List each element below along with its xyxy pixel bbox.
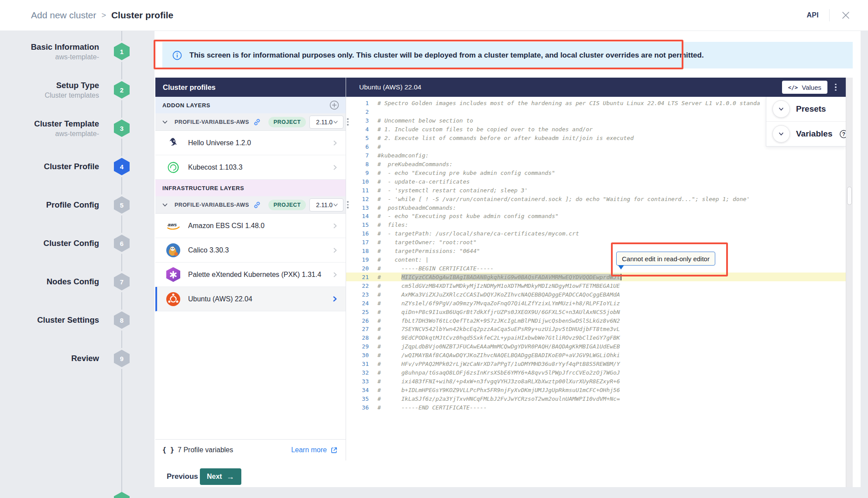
step-label: Setup Type [56,81,99,90]
step-number: 1 [114,43,130,60]
svg-text:aws: aws [168,222,177,227]
step-number: 4 [114,158,130,175]
step-sublabel: Cluster templates [45,92,99,99]
profile-layer-item-hello-universe-1-2-0[interactable]: Hello Universe 1.2.0 [155,131,346,155]
line-text: # jZqpLdbBVjo0NZBTJFUCAwEAAaMmMCQwDgYDVR… [377,343,620,350]
line-number: 17 [346,239,369,246]
values-button[interactable]: </> Values [782,81,827,94]
presets-label: Presets [796,104,826,114]
stepper-step-nodes-config[interactable]: Nodes Config7 [0,271,154,292]
profile-variables-row[interactable]: PROFILE-VARIABLES-AWSPROJECT2.11.0 [155,196,346,214]
line-number: 13 [346,205,369,211]
stepper-step-profile-config[interactable]: Profile Config5 [0,194,154,215]
version-select[interactable]: 2.11.0 [309,198,343,211]
step-text: Nodes Config [47,277,99,287]
editor-scrollbar[interactable] [846,78,853,487]
code-line-24: 24# nZYs1el/6f9PgV/aO9mzy7MvqaZoFnqO7Qi4… [346,299,846,307]
step-text: Cluster Config [44,239,99,248]
chevron-right-icon [332,271,339,278]
code-line-10: 10# - update-ca-certificates [346,177,846,186]
editor-menu-kebab-icon[interactable] [833,82,839,92]
step-sublabel: aws-template- [34,130,99,138]
section-header-label: ADDON LAYERS [162,102,210,109]
code-line-34: 34# b+IDLmHPEGsY9KOZ9VLLPcPhx5FR9njFyXvD… [346,385,846,394]
presets-chevron-icon[interactable] [772,100,790,118]
scrollbar-thumb[interactable] [847,187,852,205]
line-number: 18 [346,248,369,254]
line-number: 33 [346,378,369,385]
code-line-20: 20# -----BEGIN CERTIFICATE----- [346,264,846,273]
step-number-hexagon: 6 [112,233,132,254]
line-text: # b+IDLmHPEGsY9KOZ9VLLPcPhx5FR9njFyXvDKm… [377,387,620,393]
step-number: 8 [114,311,130,329]
stepper-step-cluster-config[interactable]: Cluster Config6 [0,233,154,254]
editor-code-area[interactable]: 1# Spectro Golden images includes most o… [346,97,846,487]
profile-layer-item-amazon-ebs-csi-1-48-0[interactable]: awsAmazon EBS CSI 1.48.0 [155,214,346,238]
stepper-step-cluster-settings[interactable]: Cluster Settings8 [0,310,154,331]
top-bar-actions: API [806,0,851,31]
stepper-step-basic-information[interactable]: Basic Informationaws-template-1 [0,41,154,62]
row-menu-kebab-icon[interactable] [347,200,349,210]
learn-more-link[interactable]: Learn more [291,446,338,454]
stepper-step-review[interactable]: Review9 [0,348,154,369]
stepper-step-setup-type[interactable]: Setup TypeCluster templates2 [0,79,154,100]
layer-name: Kubecost 1.103.3 [188,164,332,171]
variables-label: Variables [796,129,832,139]
line-number: 28 [346,334,369,341]
code-line-26: 26# fbLt7DH3WoT6tLcQefTta2K+9S7zJKcIgLmB… [346,316,846,325]
add-new-cluster-page: Add new cluster > Cluster profile API Ba… [0,0,868,498]
step-text: Setup TypeCluster templates [45,81,99,99]
code-line-21: 21# MIICyzCCAbOgAwIBAgIBADANBgkqhkiG9w0B… [346,273,846,281]
divider [829,9,830,21]
presets-toggle[interactable]: Presets [766,97,846,121]
line-text: # - echo "Executing pre kube admin confi… [377,170,555,176]
profile-layer-item-ubuntu-aws-22-04[interactable]: Ubuntu (AWS) 22.04 [155,287,346,311]
version-select[interactable]: 2.11.0 [309,116,343,129]
line-number: 34 [346,387,369,393]
collapse-chevron-icon[interactable] [161,119,168,126]
api-button[interactable]: API [806,11,819,19]
pxk-icon [166,267,181,282]
step-text: Cluster Profile [44,162,99,171]
line-number: 20 [346,265,369,272]
layer-name: Palette eXtended Kubernetes (PXK) 1.31.4 [188,271,332,279]
next-button[interactable]: Next → [200,468,241,485]
stepper-step-cluster-template[interactable]: Cluster Templateaws-template-3 [0,118,154,139]
chevron-right-icon [332,247,339,254]
variables-chevron-icon[interactable] [772,125,790,143]
collapse-chevron-icon[interactable] [161,201,168,208]
line-number: 32 [346,369,369,376]
close-icon[interactable] [840,10,851,21]
line-text: # -----BEGIN CERTIFICATE----- [377,265,494,272]
line-text: # preKubeadmCommands: [377,161,453,167]
profile-layer-item-calico-3-30-3[interactable]: Calico 3.30.3 [155,238,346,263]
code-line-36: 36# -----END CERTIFICATE----- [346,403,846,412]
stepper-step-cluster-profile[interactable]: Cluster Profile4 [0,156,154,177]
row-menu-kebab-icon[interactable] [347,117,349,127]
line-text: # 1. Include custom files to be copied o… [377,126,593,133]
code-line-35: 35# IkLaSJf6z/p2a3YjTxvHNCqFMLbJ2FvJwYCR… [346,394,846,403]
profile-layer-item-kubecost-1-103-3[interactable]: Kubecost 1.103.3 [155,155,346,180]
code-line-8: 8# preKubeadmCommands: [346,160,846,168]
code-line-31: 31# HFv/vPPAQ2MPk02rLjWzCaNrXD7aPPgT/1uD… [346,360,846,368]
code-line-32: 32# g8uhnpa/tGsaqO8LOFj6zsInKrsXSbE6YMY6… [346,368,846,377]
line-number: 11 [346,187,369,194]
code-line-15: 15# files: [346,221,846,229]
line-number: 3 [346,117,369,124]
previous-button[interactable]: Previous [167,468,198,485]
version-value: 2.11.0 [316,119,333,126]
variables-toggle[interactable]: Variables ? [766,121,846,146]
code-line-27: 27# 7SEYNCV542lbYwn42kbcEq2pzzAaCqa5uEPs… [346,325,846,334]
info-banner-text: This screen is for informational purpose… [189,51,704,60]
step-number-hexagon: 4 [112,156,132,177]
version-value: 2.11.0 [316,201,333,208]
hello-universe-icon [166,136,181,150]
line-number: 19 [346,256,369,263]
profile-layer-item-palette-extended-kubernetes-pxk-1-31-4[interactable]: Palette eXtended Kubernetes (PXK) 1.31.4 [155,263,346,287]
line-text: # content: | [377,256,429,263]
line-text: # ixi4B3fFNI+wih8/+p4xW+n3fvgqVYHJ3zo8aR… [377,378,620,385]
profile-variables-row[interactable]: PROFILE-VARIABLES-AWSPROJECT2.11.0 [155,113,346,131]
add-layer-icon[interactable] [329,100,340,110]
breadcrumb-parent[interactable]: Add new cluster [31,10,96,20]
line-number: 26 [346,317,369,324]
